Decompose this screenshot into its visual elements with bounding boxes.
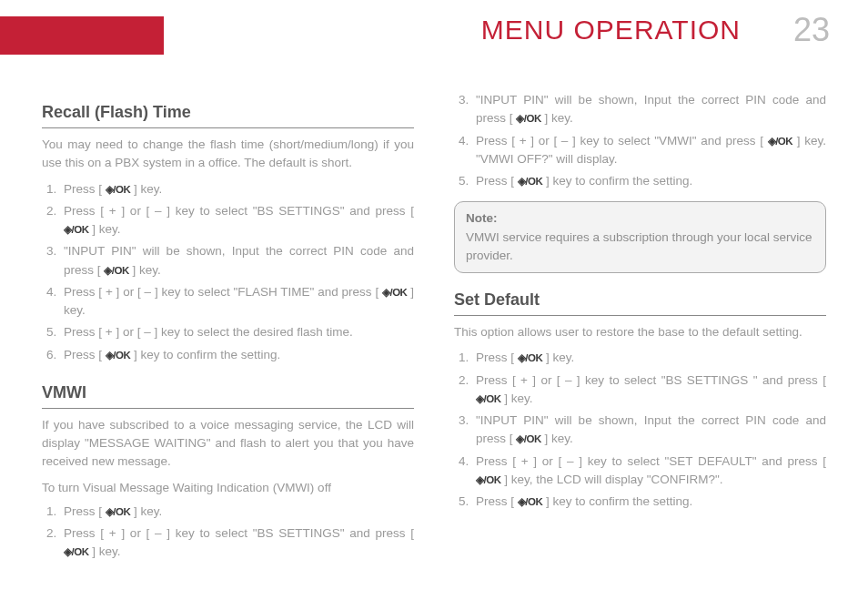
step-text-pre: Press [ bbox=[64, 504, 106, 518]
step-text-pre: Press [ + ] or [ – ] key to select "BS S… bbox=[64, 204, 414, 218]
step-item: Press [ ] key to confirm the setting. bbox=[472, 493, 826, 511]
header-title: MENU OPERATION bbox=[481, 15, 741, 46]
ok-key-icon bbox=[64, 544, 88, 560]
step-item: Press [ + ] or [ – ] key to select "VMWI… bbox=[472, 132, 826, 169]
page-number: 23 bbox=[793, 11, 830, 49]
step-text-post: ] key. bbox=[541, 432, 573, 445]
step-text-pre: Press [ bbox=[476, 174, 518, 188]
ok-key-icon bbox=[64, 222, 88, 238]
step-item: Press [ + ] or [ – ] key to select "BS S… bbox=[60, 202, 414, 239]
step-item: Press [ ] key. bbox=[60, 503, 414, 521]
recall-intro: You may need to change the flash time (s… bbox=[42, 136, 414, 173]
left-column: Recall (Flash) Time You may need to chan… bbox=[42, 91, 414, 565]
ok-key-icon bbox=[768, 134, 792, 149]
setdefault-steps: Press [ ] key.Press [ + ] or [ – ] key t… bbox=[472, 349, 826, 511]
setdefault-intro: This option allows user to restore the b… bbox=[454, 323, 826, 341]
step-text-pre: Press [ + ] or [ – ] key to select the d… bbox=[64, 325, 353, 339]
step-text-post: ] key. bbox=[88, 544, 120, 558]
vmwi-heading: VMWI bbox=[42, 381, 414, 409]
step-text-post: ] key to confirm the setting. bbox=[542, 494, 692, 508]
ok-key-icon bbox=[516, 432, 540, 447]
step-text-post: ] key. bbox=[130, 504, 162, 518]
step-text-post: ] key. bbox=[129, 263, 161, 277]
recall-heading: Recall (Flash) Time bbox=[42, 100, 414, 128]
vmwi-subintro: To turn Visual Message Waiting Indicatio… bbox=[42, 479, 414, 497]
ok-key-icon bbox=[106, 182, 130, 198]
ok-key-icon bbox=[516, 111, 540, 127]
note-body: VMWI service requires a subscription thr… bbox=[466, 230, 812, 262]
note-box: Note: VMWI service requires a subscripti… bbox=[454, 201, 826, 273]
header-red-block bbox=[0, 16, 164, 55]
page-header: MENU OPERATION 23 bbox=[0, 0, 868, 73]
step-text-post: ] key. bbox=[130, 182, 162, 196]
ok-key-icon bbox=[476, 392, 500, 407]
ok-key-icon bbox=[476, 473, 500, 488]
step-text-post: ] key. bbox=[88, 222, 120, 236]
ok-key-icon bbox=[106, 348, 130, 363]
step-text-pre: Press [ + ] or [ – ] key to select "VMWI… bbox=[476, 134, 768, 147]
page: MENU OPERATION 23 Recall (Flash) Time Yo… bbox=[0, 0, 868, 600]
step-item: Press [ + ] or [ – ] key to select the d… bbox=[60, 323, 414, 341]
step-text-post: ] key to confirm the setting. bbox=[542, 174, 692, 188]
step-text-pre: Press [ bbox=[64, 182, 106, 196]
vmwi-steps-continued: "INPUT PIN" will be shown, Input the cor… bbox=[472, 91, 826, 190]
step-item: "INPUT PIN" will be shown, Input the cor… bbox=[472, 91, 826, 128]
vmwi-intro: If you have subscribed to a voice messag… bbox=[42, 416, 414, 472]
step-text-pre: Press [ + ] or [ – ] key to select "BS S… bbox=[476, 373, 826, 387]
step-text-pre: Press [ bbox=[476, 494, 518, 508]
ok-key-icon bbox=[382, 285, 407, 300]
vmwi-steps: Press [ ] key.Press [ + ] or [ – ] key t… bbox=[60, 503, 414, 562]
step-item: "INPUT PIN" will be shown, Input the cor… bbox=[60, 242, 414, 280]
step-text-pre: Press [ + ] or [ – ] key to select "BS S… bbox=[64, 526, 414, 540]
ok-key-icon bbox=[518, 351, 542, 366]
step-item: Press [ ] key to confirm the setting. bbox=[60, 346, 414, 364]
ok-key-icon bbox=[104, 263, 128, 279]
setdefault-heading: Set Default bbox=[454, 288, 826, 316]
note-label: Note: bbox=[466, 211, 498, 225]
step-item: Press [ + ] or [ – ] key to select "FLAS… bbox=[60, 283, 414, 320]
ok-key-icon bbox=[106, 504, 130, 520]
step-item: Press [ + ] or [ – ] key to select "SET … bbox=[472, 453, 826, 490]
step-item: Press [ ] key. bbox=[472, 349, 826, 367]
step-item: "INPUT PIN" will be shown, Input the cor… bbox=[472, 412, 826, 449]
step-text-pre: Press [ bbox=[476, 351, 518, 364]
recall-steps: Press [ ] key.Press [ + ] or [ – ] key t… bbox=[60, 180, 414, 364]
step-text-pre: Press [ bbox=[64, 348, 106, 361]
step-text-post: ] key to confirm the setting. bbox=[130, 348, 280, 361]
step-text-pre: Press [ + ] or [ – ] key to select "FLAS… bbox=[64, 285, 382, 299]
right-column: "INPUT PIN" will be shown, Input the cor… bbox=[454, 91, 826, 565]
step-item: Press [ + ] or [ – ] key to select "BS S… bbox=[60, 524, 414, 562]
ok-key-icon bbox=[518, 494, 542, 510]
body-columns: Recall (Flash) Time You may need to chan… bbox=[0, 73, 868, 565]
ok-key-icon bbox=[518, 174, 542, 189]
step-item: Press [ ] key to confirm the setting. bbox=[472, 172, 826, 190]
step-text-post: ] key, the LCD will display "CONFIRM?". bbox=[500, 473, 722, 486]
step-item: Press [ ] key. bbox=[60, 180, 414, 198]
step-text-post: ] key. bbox=[541, 111, 573, 125]
step-text-pre: Press [ + ] or [ – ] key to select "SET … bbox=[476, 454, 826, 468]
step-text-post: ] key. bbox=[542, 351, 574, 364]
step-text-post: ] key. bbox=[500, 392, 532, 405]
step-item: Press [ + ] or [ – ] key to select "BS S… bbox=[472, 371, 826, 409]
